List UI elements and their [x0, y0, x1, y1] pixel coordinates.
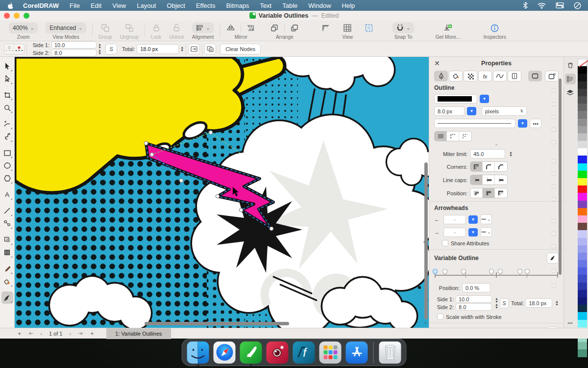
- tab-transparency[interactable]: [464, 71, 477, 81]
- outline-style-preview[interactable]: [434, 119, 515, 128]
- palette-swatch-14[interactable]: [578, 163, 587, 171]
- arrowhead-end-select[interactable]: -: [443, 228, 466, 237]
- position-inside-button[interactable]: [470, 188, 483, 198]
- side2-input[interactable]: 8.0: [51, 49, 97, 56]
- vo-side2-input[interactable]: 8.0: [456, 303, 492, 311]
- collapse-chevron[interactable]: ⌃: [434, 144, 559, 149]
- variable-outline-toggle-button[interactable]: [547, 253, 559, 263]
- cap-round-button[interactable]: [483, 175, 495, 184]
- arrowhead-end-dropdown[interactable]: ▼: [468, 228, 478, 237]
- total-stepper[interactable]: ▲▼: [180, 46, 184, 52]
- arrowhead-start-select[interactable]: -: [443, 215, 466, 224]
- delete-inspector-icon[interactable]: [565, 60, 576, 71]
- panel-scrollbar[interactable]: [559, 79, 562, 275]
- group-button[interactable]: Group: [98, 23, 112, 40]
- alignment-dropdown[interactable]: ⌄: [192, 23, 214, 33]
- palette-swatch-8[interactable]: [578, 119, 587, 126]
- frame-button[interactable]: [528, 71, 542, 81]
- palette-swatch-9[interactable]: [578, 126, 587, 133]
- palette-swatch-26[interactable]: [578, 253, 587, 260]
- palette-swatch-13[interactable]: [578, 156, 587, 163]
- dock-app-store-icon[interactable]: [346, 342, 368, 364]
- grid-icon[interactable]: [343, 23, 352, 33]
- smart-fill-tool[interactable]: [1, 275, 13, 288]
- page-border-icon[interactable]: [364, 23, 374, 33]
- cap-butt-button[interactable]: [470, 175, 483, 184]
- palette-swatch-4[interactable]: [578, 89, 587, 96]
- palette-swatch-2[interactable]: [578, 74, 587, 81]
- layers-inspector-tab[interactable]: [565, 87, 576, 98]
- palette-swatch-29[interactable]: [578, 275, 587, 282]
- mirror-horizontal-icon[interactable]: [226, 23, 236, 33]
- bluetooth-icon[interactable]: [523, 2, 528, 9]
- menu-item-object[interactable]: Object: [167, 2, 185, 9]
- menu-item-window[interactable]: Window: [308, 2, 331, 9]
- palette-swatch-11[interactable]: [578, 141, 587, 148]
- palette-swatch-34[interactable]: [578, 312, 587, 319]
- dock-trash-icon[interactable]: [379, 342, 401, 364]
- drawing-canvas[interactable]: ⌕: [15, 57, 429, 328]
- next-page-button[interactable]: ›: [69, 331, 71, 337]
- dock-finder-icon[interactable]: [187, 342, 209, 364]
- corner-miter-button[interactable]: [470, 162, 483, 171]
- tab-effects[interactable]: fx: [478, 71, 492, 81]
- palette-swatch-7[interactable]: [578, 111, 587, 118]
- menu-item-help[interactable]: Help: [342, 2, 355, 9]
- menu-item-edit[interactable]: Edit: [91, 2, 101, 9]
- palette-swatch-35[interactable]: [578, 320, 587, 327]
- palette-swatch-23[interactable]: [578, 230, 587, 237]
- total-input[interactable]: 18.0 px: [137, 44, 179, 54]
- palette-swatch-38[interactable]: [578, 342, 587, 349]
- pick-tool[interactable]: [1, 60, 13, 72]
- position-outside-button[interactable]: [495, 188, 507, 198]
- arrowhead-end-options-button[interactable]: ••• ⌄: [480, 227, 492, 237]
- palette-swatch-33[interactable]: [578, 305, 587, 312]
- share-attributes-checkbox[interactable]: [442, 240, 448, 246]
- do-not-disturb-icon[interactable]: [574, 2, 581, 9]
- corner-round-button[interactable]: [483, 162, 495, 171]
- vo-slider-node-1[interactable]: [441, 268, 448, 275]
- to-back-icon[interactable]: [290, 23, 299, 33]
- ellipse-tool[interactable]: [1, 159, 13, 172]
- zoom-tool[interactable]: [1, 102, 13, 114]
- lock-button[interactable]: Lock: [151, 23, 161, 40]
- outline-width-input[interactable]: 8.0 px: [434, 106, 465, 116]
- outline-style-dropdown[interactable]: ▼: [518, 119, 527, 128]
- corner-bevel-button[interactable]: [495, 162, 507, 171]
- menu-item-bitmaps[interactable]: Bitmaps: [226, 2, 249, 9]
- outline-color-dropdown[interactable]: ▼: [480, 95, 489, 103]
- palette-swatch-39[interactable]: [578, 349, 587, 357]
- vo-slider-node-4[interactable]: [496, 268, 503, 275]
- miter-stepper[interactable]: ▲▼: [509, 151, 513, 157]
- vo-total-stepper[interactable]: ▲▼: [555, 300, 559, 306]
- palette-swatch-30[interactable]: [578, 283, 587, 290]
- tab-outline[interactable]: [434, 71, 448, 81]
- position-center-button[interactable]: [483, 188, 495, 198]
- dock-launchpad-icon[interactable]: [319, 342, 342, 364]
- page-tab[interactable]: 1: Variable Outlines: [106, 328, 171, 339]
- palette-swatch-25[interactable]: [578, 245, 587, 253]
- vo-slider-node-6[interactable]: [523, 268, 530, 275]
- palette-swatch-5[interactable]: [578, 96, 587, 104]
- control-center-icon[interactable]: [556, 2, 564, 8]
- wifi-icon[interactable]: [538, 2, 546, 9]
- zoom-corner-icon[interactable]: ⌕: [424, 319, 427, 326]
- vo-slider-node-5[interactable]: [516, 268, 523, 275]
- horizontal-scrollbar[interactable]: [145, 322, 289, 325]
- outline-width-dropdown[interactable]: ▼: [467, 107, 476, 115]
- link-sides-button[interactable]: S: [105, 44, 117, 54]
- variable-outline-slider[interactable]: [435, 266, 558, 281]
- side1-input[interactable]: 10.0: [51, 41, 97, 49]
- dock-font-manager-icon[interactable]: f: [293, 342, 315, 364]
- palette-swatch-20[interactable]: [578, 208, 587, 215]
- vertical-scrollbar[interactable]: [424, 162, 428, 319]
- palette-swatch-32[interactable]: [578, 297, 587, 305]
- vo-link-sides-button[interactable]: S: [500, 298, 509, 308]
- ungroup-button[interactable]: Ungroup: [120, 23, 139, 40]
- arrowhead-start-dropdown[interactable]: ▼: [468, 215, 478, 224]
- palette-swatch-27[interactable]: [578, 260, 587, 267]
- transparency-tool[interactable]: [1, 234, 13, 246]
- add-node-icon[interactable]: [4, 44, 14, 54]
- vo-total-input[interactable]: 18.0 px: [525, 298, 552, 308]
- palette-swatch-19[interactable]: [578, 201, 587, 208]
